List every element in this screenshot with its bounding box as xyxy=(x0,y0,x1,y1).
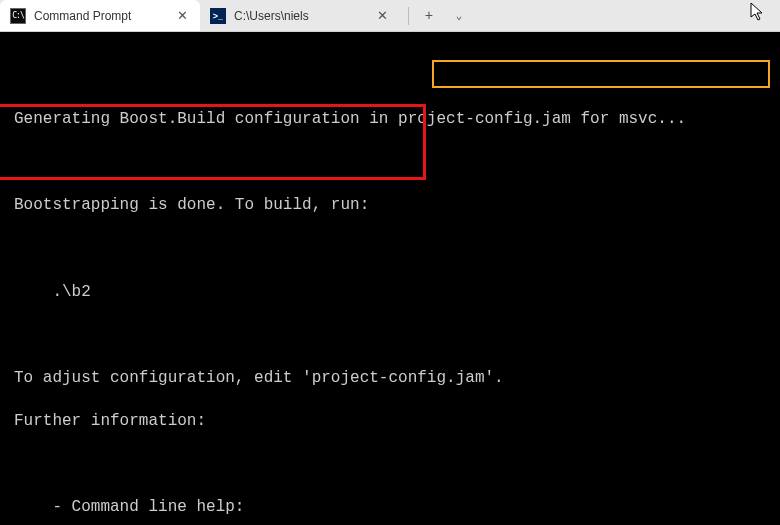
tab-label: C:\Users\niels xyxy=(234,9,309,23)
terminal-line: Further information: xyxy=(14,411,766,433)
new-tab-button[interactable]: + xyxy=(415,2,443,30)
terminal-line: - Command line help: xyxy=(14,497,766,519)
terminal-line xyxy=(14,152,766,174)
terminal-line: Bootstrapping is done. To build, run: xyxy=(14,195,766,217)
terminal-output[interactable]: Generating Boost.Build configuration in … xyxy=(0,32,780,525)
terminal-line: To adjust configuration, edit 'project-c… xyxy=(14,368,766,390)
terminal-line xyxy=(14,66,766,88)
tab-label: Command Prompt xyxy=(34,9,131,23)
terminal-line xyxy=(14,454,766,476)
terminal-line xyxy=(14,238,766,260)
tab-actions: + ⌄ xyxy=(400,0,473,31)
tab-divider xyxy=(408,7,409,25)
terminal-line: .\b2 xyxy=(14,282,766,304)
tab-dropdown-button[interactable]: ⌄ xyxy=(445,2,473,30)
cmd-icon: C:\ xyxy=(10,8,26,24)
close-icon[interactable]: ✕ xyxy=(174,8,190,24)
titlebar: C:\ Command Prompt ✕ >_ C:\Users\niels ✕… xyxy=(0,0,780,32)
powershell-icon: >_ xyxy=(210,8,226,24)
terminal-line: Generating Boost.Build configuration in … xyxy=(14,109,766,131)
terminal-line xyxy=(14,325,766,347)
close-icon[interactable]: ✕ xyxy=(374,8,390,24)
tab-powershell[interactable]: >_ C:\Users\niels ✕ xyxy=(200,0,400,31)
tab-command-prompt[interactable]: C:\ Command Prompt ✕ xyxy=(0,0,200,31)
